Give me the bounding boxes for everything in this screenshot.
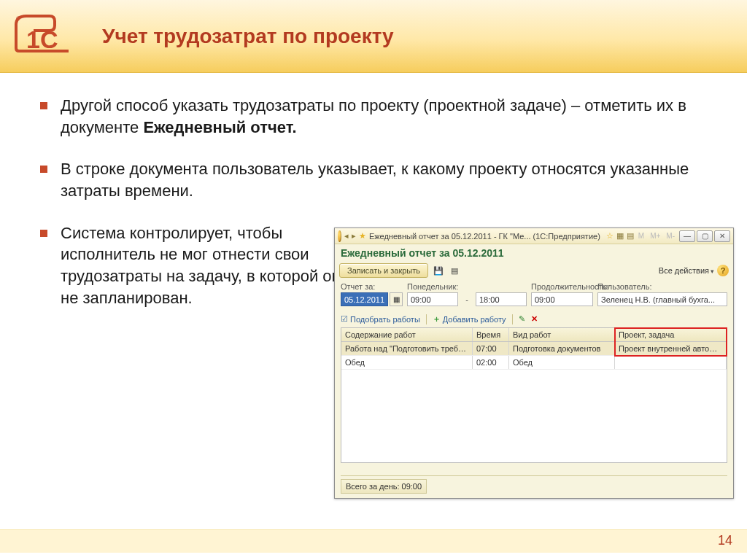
label-weekday: Понедельник:: [407, 282, 458, 291]
help-icon[interactable]: ?: [717, 265, 729, 276]
fields-panel: Отчет за: Понедельник: Продолжительность…: [335, 282, 733, 309]
cell-time: 02:00: [473, 356, 509, 369]
save-icon[interactable]: 💾: [433, 265, 444, 276]
time-from-input[interactable]: 09:00: [407, 292, 458, 306]
m-minus-indicator: M-: [665, 232, 676, 240]
separator: [512, 314, 513, 324]
m-plus-indicator: M+: [649, 232, 662, 240]
toolbar-icon[interactable]: ▦: [616, 231, 624, 241]
col-header-time[interactable]: Время: [473, 328, 509, 341]
cell-time: 07:00: [473, 342, 509, 355]
add-work-link[interactable]: ＋ Добавить работу: [433, 314, 506, 324]
cell-project: Проект внутренней автомати...: [615, 342, 727, 355]
grid-row[interactable]: Работа над "Подготовить требования к ...…: [341, 342, 727, 356]
date-input[interactable]: 05.12.2011: [341, 292, 388, 306]
delete-icon[interactable]: ✕: [531, 314, 538, 324]
bullet-marker: [40, 166, 47, 173]
grid-header-row: Содержание работ Время Вид работ Проект,…: [341, 328, 727, 342]
bullet-text: Система контролирует, чтобы исполнитель …: [61, 222, 352, 309]
slide-header: ® 1C Учет трудозатрат по проекту: [0, 0, 747, 73]
calendar-icon[interactable]: ▦: [390, 292, 403, 306]
svg-text:1C: 1C: [26, 26, 58, 53]
works-grid[interactable]: Содержание работ Время Вид работ Проект,…: [341, 327, 727, 463]
toolbar: Записать и закрыть 💾 ▤ Все действия ?: [335, 262, 733, 282]
toolbar-icon[interactable]: ▤: [627, 231, 634, 241]
edit-icon[interactable]: ✎: [519, 314, 525, 324]
label-user: Пользователь:: [597, 282, 727, 291]
plus-icon: ＋: [433, 314, 441, 324]
dash-separator: -: [462, 295, 471, 304]
titlebar-text: Ежедневный отчет за 05.12.2011 - ГК "Ме.…: [369, 232, 600, 241]
cell-kind: Подготовка документов: [509, 342, 615, 355]
separator: [426, 314, 427, 324]
cell-project: [615, 356, 727, 369]
sub-toolbar: ☑ Подобрать работы ＋ Добавить работу ✎ ✕: [341, 314, 727, 324]
toolbar-icon[interactable]: ☆: [606, 231, 614, 241]
bullet-text: В строке документа пользователь указывае…: [61, 158, 718, 201]
app-window: ◂ ▸ ★ Ежедневный отчет за 05.12.2011 - Г…: [334, 228, 734, 499]
label-duration: Продолжительность:: [531, 282, 593, 291]
document-title: Ежедневный отчет за 05.12.2011: [335, 244, 733, 262]
bullet-marker: [40, 230, 47, 237]
col-header-project[interactable]: Проект, задача: [615, 328, 727, 341]
user-input[interactable]: Зеленец Н.В. (главный бухга...: [597, 292, 727, 306]
bullet-marker: [40, 102, 47, 109]
add-work-label: Добавить работу: [443, 315, 506, 324]
save-and-close-button[interactable]: Записать и закрыть: [339, 263, 428, 278]
maximize-button[interactable]: ▢: [697, 230, 713, 242]
bullet-item: Система контролирует, чтобы исполнитель …: [40, 222, 352, 309]
minimize-button[interactable]: —: [679, 230, 695, 242]
app-icon-1c: [338, 230, 341, 242]
bullet-bold-text: Ежедневный отчет.: [143, 118, 296, 136]
grid-row[interactable]: Обед 02:00 Обед: [341, 356, 727, 370]
bullet-item: Другой способ указать трудозатраты по пр…: [40, 95, 718, 138]
all-actions-dropdown[interactable]: Все действия: [659, 266, 714, 275]
cell-kind: Обед: [509, 356, 615, 369]
slide-title: Учет трудозатрат по проекту: [102, 25, 394, 48]
close-button[interactable]: ✕: [714, 230, 730, 242]
label-date: Отчет за:: [341, 282, 403, 291]
cell-content: Работа над "Подготовить требования к ...: [341, 342, 473, 355]
m-indicator: M: [637, 232, 646, 240]
grid-footer: Всего за день: 09:00: [341, 475, 727, 494]
col-header-content[interactable]: Содержание работ: [341, 328, 473, 341]
pick-works-link[interactable]: ☑ Подобрать работы: [341, 314, 420, 324]
logo-1c: ® 1C: [0, 0, 88, 72]
nav-fwd-icon[interactable]: ▸: [352, 231, 356, 241]
col-header-kind[interactable]: Вид работ: [509, 328, 615, 341]
titlebar: ◂ ▸ ★ Ежедневный отчет за 05.12.2011 - Г…: [335, 228, 733, 244]
document-icon[interactable]: ▤: [449, 265, 460, 276]
cell-content: Обед: [341, 356, 473, 369]
time-to-input[interactable]: 18:00: [476, 292, 527, 306]
pick-works-label: Подобрать работы: [350, 315, 420, 324]
page-number: 14: [0, 529, 747, 553]
bullet-item: В строке документа пользователь указывае…: [40, 158, 718, 201]
footer-total: Всего за день: 09:00: [341, 479, 427, 494]
duration-input[interactable]: 09:00: [531, 292, 593, 306]
nav-back-icon[interactable]: ◂: [344, 231, 349, 241]
favorite-star-icon[interactable]: ★: [359, 231, 366, 241]
pick-icon: ☑: [341, 314, 348, 324]
